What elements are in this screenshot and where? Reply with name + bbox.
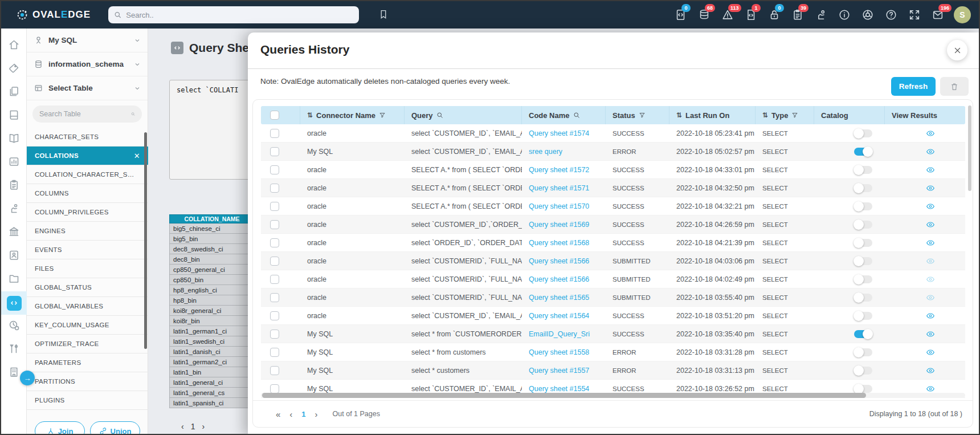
view-results-icon[interactable] — [926, 202, 935, 211]
search-icon[interactable] — [436, 112, 443, 119]
filter-icon[interactable] — [379, 112, 386, 119]
code-name-link[interactable]: Query sheet #1564 — [529, 312, 589, 320]
filter-icon[interactable] — [639, 112, 646, 119]
table-list-item[interactable]: COLUMN_PRIVILEGES — [27, 203, 148, 222]
table-list-item[interactable]: CHARACTER_SETS — [27, 128, 148, 147]
table-list-item[interactable]: COLLATIONS✕ — [27, 147, 148, 165]
catalog-toggle[interactable] — [854, 221, 872, 229]
result-row[interactable]: latin1_danish_ci — [169, 347, 255, 357]
catalog-toggle[interactable] — [854, 166, 872, 174]
sidebar-item-book[interactable] — [1, 104, 27, 128]
ovaledge-logo[interactable]: OVALEDGE — [16, 9, 91, 21]
view-results-icon[interactable] — [926, 366, 935, 375]
delete-button[interactable] — [940, 77, 969, 96]
view-results-icon[interactable] — [926, 348, 935, 357]
result-row[interactable]: cp850_bin — [169, 275, 255, 285]
sort-icon[interactable]: ⇅ — [307, 111, 313, 119]
code-name-link[interactable]: Query sheet #1565 — [529, 294, 589, 302]
table-list-item[interactable]: GLOBAL_VARIABLES — [27, 297, 148, 316]
result-row[interactable]: latin1_spanish_ci — [169, 398, 255, 408]
lock-icon[interactable]: 0 — [767, 8, 781, 22]
catalog-toggle[interactable] — [854, 129, 872, 137]
sort-icon[interactable]: ⇅ — [762, 111, 768, 119]
code-name-link[interactable]: Query sheet #1566 — [529, 275, 589, 283]
table-list-item[interactable]: COLLATION_CHARACTER_S… — [27, 165, 148, 184]
grid-column-header[interactable]: COLLATION_NAME — [169, 214, 255, 223]
catalog-toggle[interactable] — [854, 385, 872, 393]
sidebar-item-approval[interactable] — [1, 198, 27, 221]
sidebar-item-tag[interactable] — [1, 58, 27, 81]
view-results-icon[interactable] — [926, 129, 935, 138]
sidebar-item-tools[interactable] — [1, 338, 27, 361]
row-checkbox[interactable] — [270, 330, 279, 339]
table-list-item[interactable]: FILES — [27, 259, 148, 278]
sidebar-item-folder[interactable] — [1, 268, 27, 291]
table-selector[interactable]: Select Table — [27, 76, 148, 100]
global-search[interactable] — [108, 6, 359, 23]
expand-panel-button[interactable]: → — [20, 371, 35, 385]
catalog-toggle[interactable] — [854, 367, 872, 375]
table-list-item[interactable]: PARAMETERS — [27, 353, 148, 372]
row-checkbox[interactable] — [270, 184, 279, 193]
code-name-link[interactable]: Query sheet #1557 — [529, 367, 589, 375]
table-list-item[interactable]: OPTIMIZER_TRACE — [27, 335, 148, 353]
row-checkbox[interactable] — [270, 366, 279, 375]
close-icon[interactable] — [947, 40, 967, 60]
result-row[interactable]: koi8r_bin — [169, 316, 255, 326]
row-checkbox[interactable] — [270, 311, 279, 320]
result-row[interactable]: koi8r_general_ci — [169, 306, 255, 316]
catalog-toggle[interactable] — [854, 257, 872, 265]
deselect-table-icon[interactable]: ✕ — [134, 152, 140, 160]
result-row[interactable]: latin1_general_cs — [169, 388, 255, 398]
select-all-checkbox[interactable] — [270, 111, 279, 120]
result-row[interactable]: dec8_bin — [169, 254, 255, 265]
catalog-toggle[interactable] — [854, 312, 872, 320]
catalog-toggle[interactable] — [854, 348, 872, 356]
messages-icon[interactable]: 196 — [931, 8, 945, 22]
row-checkbox[interactable] — [270, 165, 279, 174]
row-checkbox[interactable] — [270, 348, 279, 357]
sidebar-item-home[interactable] — [1, 34, 27, 58]
result-row[interactable]: hp8_english_ci — [169, 285, 255, 295]
sidebar-item-scheduler[interactable] — [1, 315, 27, 338]
view-results-icon[interactable] — [926, 311, 935, 320]
view-results-icon[interactable] — [926, 330, 935, 339]
bookmark-icon[interactable] — [378, 9, 389, 22]
result-row[interactable]: hp8_bin — [169, 295, 255, 306]
union-button[interactable]: Union — [90, 421, 140, 435]
view-results-icon[interactable] — [926, 220, 935, 229]
table-search[interactable] — [32, 105, 142, 123]
result-row[interactable]: cp850_general_ci — [169, 265, 255, 275]
catalog-toggle[interactable] — [854, 184, 872, 192]
row-checkbox[interactable] — [270, 202, 279, 211]
sidebar-item-open-book[interactable] — [1, 128, 27, 151]
result-row[interactable]: latin1_bin — [169, 367, 255, 377]
connection-selector[interactable]: My SQL — [27, 29, 148, 52]
table-list-item[interactable]: GLOBAL_STATUS — [27, 278, 148, 297]
sidebar-item-clipboard[interactable] — [1, 174, 27, 198]
first-page-icon[interactable]: « — [276, 409, 280, 419]
result-row[interactable]: latin1_swedish_ci — [169, 336, 255, 347]
code-name-link[interactable]: EmailID_Query_Sri — [529, 330, 590, 338]
schema-selector[interactable]: information_schema — [27, 52, 148, 76]
table-search-input[interactable] — [39, 110, 131, 118]
sort-icon[interactable]: ⇅ — [676, 111, 682, 119]
sql-editor[interactable]: select `COLLATI — [169, 80, 260, 180]
catalog-toggle[interactable] — [854, 330, 872, 338]
row-checkbox[interactable] — [270, 129, 279, 138]
result-row[interactable]: big5_bin — [169, 234, 255, 244]
panel-scrollbar[interactable] — [144, 132, 147, 349]
grid-prev-icon[interactable]: ‹ — [181, 422, 184, 431]
prev-page-icon[interactable]: ‹ — [289, 409, 292, 419]
grid-next-icon[interactable]: › — [202, 422, 205, 431]
row-checkbox[interactable] — [270, 257, 279, 266]
result-row[interactable]: latin1_german2_ci — [169, 357, 255, 367]
browser-icon[interactable] — [861, 8, 875, 22]
row-checkbox[interactable] — [270, 384, 279, 393]
row-checkbox[interactable] — [270, 147, 279, 156]
view-results-icon[interactable] — [926, 275, 935, 284]
table-list-item[interactable]: COLUMNS — [27, 184, 148, 203]
table-list-item[interactable]: EVENTS — [27, 241, 148, 259]
result-row[interactable]: latin1_german1_ci — [169, 326, 255, 336]
scrollbar-thumb[interactable] — [262, 393, 866, 398]
